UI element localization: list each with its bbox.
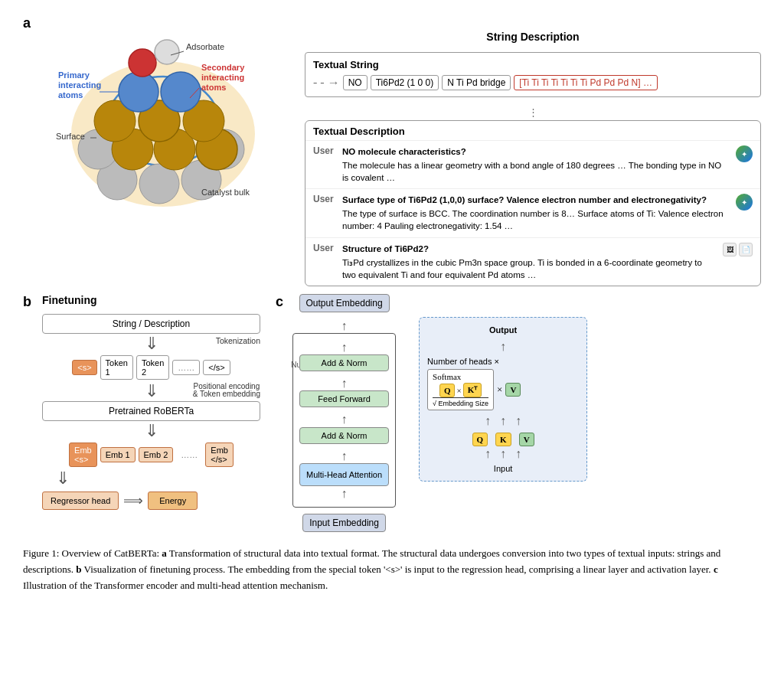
double-arrow: ⟹ — [123, 492, 143, 509]
caption-b-text: Visualization of finetuning process. The… — [82, 563, 714, 575]
string-desc-box: String / Description — [42, 314, 260, 334]
svg-text:Surface: Surface — [56, 132, 85, 141]
svg-text:Catalyst bulk: Catalyst bulk — [201, 188, 250, 197]
chat-icon-2: ✦ — [736, 194, 753, 211]
caption-c-bold: c — [714, 563, 718, 575]
att-arrow-up-3: ↑ ↑ ↑ — [427, 446, 579, 461]
transformer-main-col: Output Embedding ↑ Number of layers × ↑ … — [292, 294, 396, 532]
chat-question-3: Structure of Ti6Pd2? — [342, 243, 717, 255]
kt-in-softmax: Kᵀ — [463, 383, 482, 397]
svg-text:Primary: Primary — [58, 70, 90, 80]
softmax-box: Softmax Q × Kᵀ — [427, 369, 494, 410]
svg-text:Secondary: Secondary — [201, 63, 245, 72]
chat-icon-3a: 🖼 — [723, 243, 737, 256]
sections-bc: b Finetuning String / Description ⇓ Toke… — [23, 294, 761, 532]
att-arrow-up-1: ↑ — [427, 339, 579, 354]
tokenization-label: Tokenization — [216, 337, 260, 345]
svg-text:atoms: atoms — [58, 90, 83, 100]
token-long: [Ti Ti Ti Ti Ti Ti Ti Pd Pd Pd N] … — [514, 75, 658, 90]
k-box: K — [495, 433, 511, 446]
string-desc-area: String Description — [305, 31, 761, 47]
arrow-up-3: ↑ — [299, 376, 389, 390]
add-norm-top: Add & Norm — [299, 354, 389, 371]
chat-icon-3b: 📄 — [739, 243, 753, 256]
arrow-up-2: ↑ — [299, 340, 389, 354]
chat-row-3: User Structure of Ti6Pd2? Ti₃Pd crystall… — [305, 237, 760, 286]
v-in-softmax: V — [505, 383, 521, 397]
chat-label-1: User — [313, 145, 336, 156]
atom-diagram-svg: Primary interacting atoms Secondary inte… — [52, 15, 274, 230]
add-norm-bottom: Add & Norm — [299, 427, 389, 444]
q-in-softmax: Q — [439, 384, 456, 397]
string-tokens-row: - - → NO Ti6Pd2 (1 0 0) N Ti Pd bridge [… — [313, 75, 753, 90]
arrow-up-6: ↑ — [299, 486, 389, 501]
attention-input-label: Input — [427, 464, 579, 473]
svg-text:Adsorbate: Adsorbate — [186, 42, 224, 51]
emb-row: Emb<s> Emb 1 Emb 2 …… Emb</s> — [42, 443, 260, 467]
caption-b-bold: b — [76, 563, 81, 575]
arrow-up-1: ↑ — [341, 318, 348, 333]
regressor-row: Regressor head ⟹ Energy — [42, 491, 260, 510]
token-surface: Ti6Pd2 (1 0 0) — [371, 75, 439, 90]
section-a-label: a — [23, 15, 31, 31]
textual-string-box: Textual String - - → NO Ti6Pd2 (1 0 0) N… — [305, 52, 761, 97]
section-b: b Finetuning String / Description ⇓ Toke… — [23, 294, 260, 532]
token-row: <s> Token1 Token2 …… </s> — [42, 355, 260, 380]
arrow-tokenization: ⇓ Tokenization — [42, 335, 260, 352]
chat-answer-2: The type of surface is BCC. The coordina… — [342, 207, 730, 232]
token-dots: …… — [172, 360, 200, 375]
section-b-label: b — [23, 294, 31, 310]
string-description-label: String Description — [305, 31, 761, 43]
svg-point-15 — [129, 49, 156, 77]
atom-diagram-container: Primary interacting atoms Secondary inte… — [52, 15, 289, 286]
section-c: c Output Embedding ↑ Number of layers × … — [276, 294, 761, 532]
chat-icons-3: 🖼 📄 — [723, 243, 753, 256]
token-1: Token1 — [100, 355, 133, 380]
attention-panel: Output ↑ Number of heads × Softmax — [419, 317, 587, 482]
caption-c-text: Illustration of the Transformer encoder … — [23, 580, 328, 591]
attention-output-label: Output — [427, 325, 579, 335]
emb-size-denom: √ Embedding Size — [433, 397, 488, 407]
pretrained-box: Pretrained RoBERTa — [42, 401, 260, 421]
arrow-up-4: ↑ — [299, 412, 389, 426]
v-box: V — [519, 433, 534, 446]
caption-prefix: Figure 1: Overview of CatBERTa: — [23, 547, 162, 559]
arrow-down-2: ⇓ — [42, 423, 260, 439]
token-start: <s> — [72, 360, 96, 375]
figure-caption: Figure 1: Overview of CatBERTa: a Transf… — [23, 546, 761, 593]
positional-label: Positional encoding& Token embedding — [193, 383, 260, 398]
transformer-outer: Output Embedding ↑ Number of layers × ↑ … — [292, 294, 761, 532]
dashed-down-arrow: ⋮ — [305, 106, 761, 119]
arrow-positional: ⇓ Positional encoding& Token embedding — [42, 383, 260, 400]
section-a: a — [23, 15, 761, 286]
textual-desc-title: Textual Description — [305, 121, 760, 140]
arrow-down-3: ⇓ — [56, 470, 260, 487]
chat-answer-3: Ti₃Pd crystallizes in the cubic Pm3n spa… — [342, 256, 717, 281]
svg-text:interacting: interacting — [58, 80, 101, 90]
right-section: String Description Textual String - - → … — [305, 15, 761, 286]
chat-label-3: User — [313, 243, 336, 253]
qkv-row: Q K V — [427, 433, 579, 446]
chat-row-1: User NO molecule characteristics? The mo… — [305, 140, 760, 188]
svg-point-14 — [161, 72, 201, 112]
svg-point-16 — [155, 40, 179, 64]
finetuning-title: Finetuning — [42, 294, 260, 306]
chat-question-1: NO molecule characteristics? — [342, 145, 730, 158]
att-arrow-up-2: ↑ ↑ ↑ — [427, 413, 579, 428]
svg-point-13 — [119, 72, 158, 112]
chat-label-2: User — [313, 194, 336, 204]
token-end: </s> — [203, 360, 230, 375]
svg-text:interacting: interacting — [201, 73, 244, 82]
emb-dots: …… — [176, 448, 202, 462]
emb-2: Emb 2 — [139, 447, 174, 462]
regressor-box: Regressor head — [42, 491, 119, 510]
arrow-up-5: ↑ — [299, 449, 389, 463]
layers-box: ↑ Add & Norm ↑ Feed Forward ↑ Add & Norm… — [292, 333, 396, 508]
chat-answer-1: The molecule has a linear geometry with … — [342, 159, 730, 184]
textual-description-box: Textual Description User NO molecule cha… — [305, 120, 761, 286]
token-no: NO — [343, 75, 368, 90]
output-embedding-label: Output Embedding — [299, 294, 390, 312]
section-c-label: c — [276, 294, 283, 310]
figure-container: a — [23, 15, 761, 593]
chat-icon-1: ✦ — [736, 145, 753, 162]
